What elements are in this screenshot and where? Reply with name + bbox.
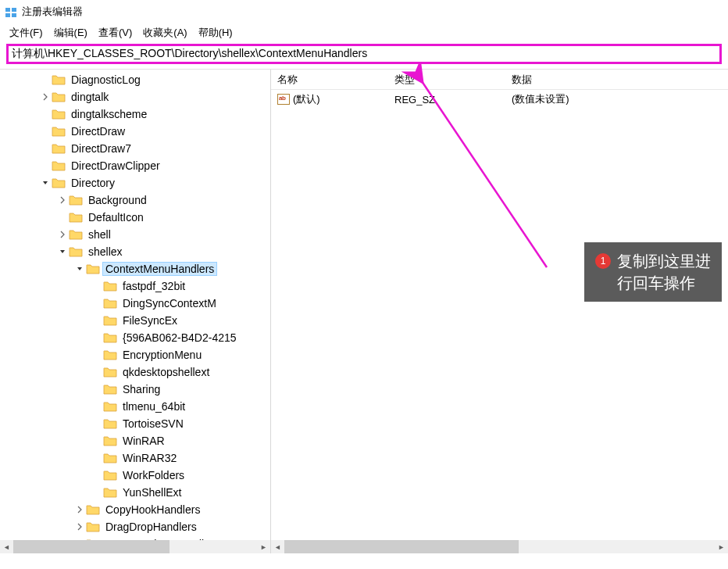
chevron-right-icon[interactable] — [73, 521, 86, 533]
tree-item[interactable]: DirectDraw7 — [0, 140, 270, 157]
tree-item[interactable]: dingtalk — [0, 88, 270, 106]
tree-item-label: DirectDraw — [69, 125, 127, 138]
folder-icon — [103, 332, 117, 343]
value-name: (默认) — [293, 92, 320, 106]
scroll-right-button[interactable]: ► — [715, 540, 728, 553]
cell-data: (数值未设置) — [505, 91, 728, 108]
chevron-right-icon[interactable] — [73, 503, 86, 516]
tree-item-label: YunShellExt — [120, 486, 184, 499]
svg-rect-1 — [12, 8, 16, 12]
scroll-track[interactable] — [13, 540, 257, 553]
tree-item-label: DefaultIcon — [86, 211, 146, 224]
tree-horizontal-scrollbar[interactable]: ◄ ► — [0, 540, 270, 553]
tree-item[interactable]: {596AB062-B4D2-4215 — [0, 329, 270, 346]
folder-icon — [52, 91, 66, 102]
tree-item-label: dingtalkscheme — [69, 108, 149, 120]
chevron-right-icon[interactable] — [39, 91, 52, 103]
scroll-left-button[interactable]: ◄ — [0, 540, 13, 553]
tree-item-label: {596AB062-B4D2-4215 — [120, 331, 239, 344]
callout-text: 复制到这里进 行回车操作 — [617, 250, 711, 294]
cell-name: (默认) — [271, 91, 388, 108]
folder-icon — [69, 195, 83, 206]
column-data[interactable]: 数据 — [505, 70, 728, 89]
scroll-right-button[interactable]: ► — [257, 540, 270, 553]
app-icon — [5, 5, 17, 18]
callout-badge: 1 — [595, 253, 611, 269]
scroll-thumb[interactable] — [13, 540, 170, 553]
tree-item[interactable]: FileSyncEx — [0, 312, 270, 329]
tree-item[interactable]: fastpdf_32bit — [0, 277, 270, 295]
tree-item[interactable]: TortoiseSVN — [0, 415, 270, 432]
chevron-right-icon[interactable] — [56, 228, 69, 241]
tree-item[interactable]: tlmenu_64bit — [0, 398, 270, 415]
svg-rect-0 — [5, 8, 10, 12]
menu-help[interactable]: 帮助(H) — [194, 24, 237, 41]
tree-item[interactable]: qkdesktopshellext — [0, 363, 270, 381]
tree-item[interactable]: DingSyncContextM — [0, 295, 270, 312]
menu-view[interactable]: 查看(V) — [94, 24, 137, 41]
scroll-track[interactable] — [284, 540, 715, 553]
chevron-down-icon[interactable] — [73, 263, 86, 275]
tree-item[interactable]: CopyHookHandlers — [0, 501, 270, 518]
reg-string-icon — [277, 94, 290, 105]
menu-favorites[interactable]: 收藏夹(A) — [138, 24, 191, 41]
tree-item-label: EncryptionMenu — [120, 349, 204, 361]
folder-icon — [103, 401, 117, 412]
column-name[interactable]: 名称 — [271, 70, 388, 89]
folder-icon — [103, 298, 117, 309]
tree-item[interactable]: shell — [0, 226, 270, 243]
scroll-left-button[interactable]: ◄ — [271, 540, 284, 553]
folder-icon — [103, 384, 117, 395]
chevron-down-icon[interactable] — [56, 245, 69, 258]
tree-item[interactable]: DiagnosticLog — [0, 71, 270, 88]
tree-item[interactable]: DirectDraw — [0, 123, 270, 140]
address-bar-highlight — [6, 44, 722, 64]
folder-icon — [86, 504, 100, 515]
tree-item-label: Background — [86, 194, 149, 206]
chevron-down-icon[interactable] — [39, 177, 52, 189]
tree-item[interactable]: ContextMenuHandlers — [0, 260, 270, 277]
tree-item[interactable]: EncryptionMenu — [0, 346, 270, 363]
tree-item[interactable]: dingtalkscheme — [0, 106, 270, 123]
tree-item-label: TortoiseSVN — [120, 417, 186, 430]
address-bar[interactable] — [12, 48, 716, 60]
folder-icon — [69, 212, 83, 223]
tree-item-label: ContextMenuHandlers — [103, 263, 216, 275]
scroll-thumb[interactable] — [284, 540, 519, 553]
menu-edit[interactable]: 编辑(E) — [49, 24, 92, 41]
tree-item-label: FileSyncEx — [120, 314, 180, 327]
tree-item[interactable]: shellex — [0, 243, 270, 260]
folder-icon — [103, 367, 117, 378]
tree-item[interactable]: Background — [0, 191, 270, 209]
tree-item[interactable]: Directory — [0, 174, 270, 191]
folder-icon — [52, 177, 66, 188]
tree-item[interactable]: WinRAR — [0, 432, 270, 449]
tree-item[interactable]: WorkFolders — [0, 467, 270, 484]
tree-item-label: Sharing — [120, 383, 162, 395]
folder-icon — [103, 281, 117, 292]
tree-item-label: tlmenu_64bit — [120, 400, 187, 413]
svg-rect-2 — [5, 13, 10, 17]
column-type[interactable]: 类型 — [388, 70, 505, 89]
folder-icon — [52, 126, 66, 137]
tree-item[interactable]: Sharing — [0, 381, 270, 398]
folder-icon — [86, 521, 100, 532]
chevron-right-icon[interactable] — [56, 194, 69, 206]
folder-icon — [103, 418, 117, 429]
tree-item[interactable]: YunShellExt — [0, 484, 270, 501]
menu-file[interactable]: 文件(F) — [5, 24, 48, 41]
list-header: 名称 类型 数据 — [271, 70, 728, 90]
folder-icon — [103, 453, 117, 463]
tree-item[interactable]: DefaultIcon — [0, 209, 270, 226]
folder-icon — [69, 246, 83, 257]
list-row[interactable]: (默认) REG_SZ (数值未设置) — [271, 90, 728, 107]
tree-item-label: qkdesktopshellext — [120, 366, 212, 378]
folder-icon — [86, 263, 100, 274]
folder-icon — [103, 470, 117, 481]
tree-item[interactable]: DragDropHandlers — [0, 518, 270, 535]
list-horizontal-scrollbar[interactable]: ◄ ► — [271, 540, 728, 553]
tree-item[interactable]: DirectDrawClipper — [0, 157, 270, 174]
tree-item-label: WinRAR32 — [120, 452, 179, 464]
tree-item-label: WinRAR — [120, 435, 167, 447]
tree-item[interactable]: WinRAR32 — [0, 449, 270, 467]
